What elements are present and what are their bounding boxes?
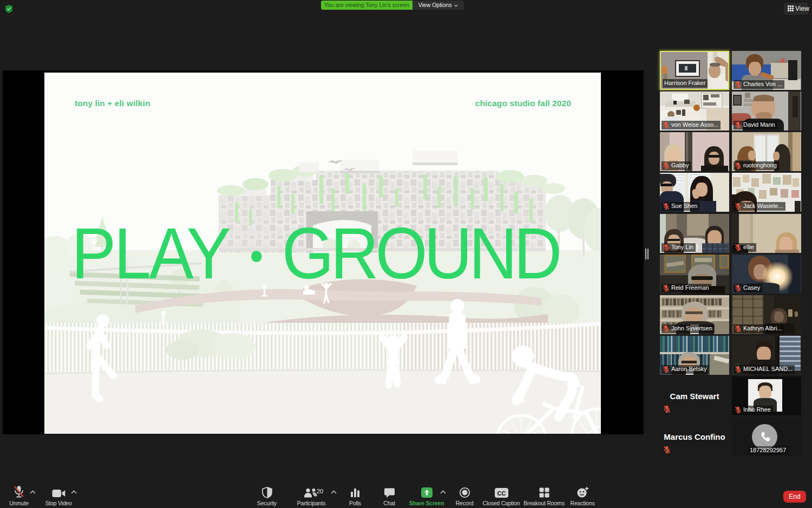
svg-text:CC: CC [497,490,506,497]
